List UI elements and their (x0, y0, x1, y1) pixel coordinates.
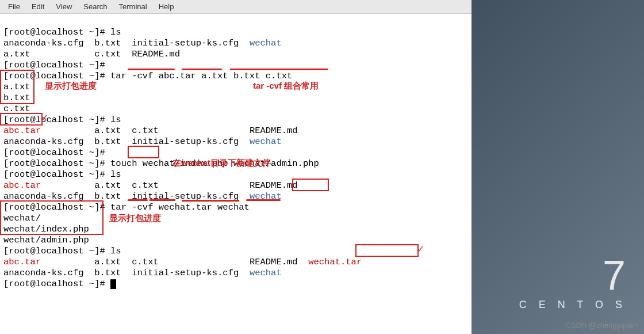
tarfile-abc: abc.tar (3, 180, 41, 191)
annotation-box-touch (128, 146, 159, 158)
underline-abctar (182, 69, 222, 70)
underline-wechat2 (246, 199, 281, 201)
term-line: a.txt c.txt README.md (3, 49, 180, 59)
menu-file[interactable]: File (2, 1, 26, 12)
term-line: [root@localhost ~]# (3, 279, 110, 289)
underline-cvf2 (150, 199, 175, 201)
checkmark-icon: ✓ (417, 244, 424, 255)
tarfile-abc: abc.tar (3, 126, 41, 136)
menubar: File Edit View Search Terminal Help (0, 0, 471, 14)
term-line: a.txt c.txt README.md (41, 180, 297, 191)
term-line: [root@localhost ~]# ls (3, 115, 121, 125)
term-line: [root@localhost ~]# ls (3, 169, 121, 180)
term-line: anaconda-ks.cfg b.txt initial-setup-ks.c… (3, 136, 250, 147)
term-line: a.txt c.txt README.md (41, 126, 297, 136)
menu-search[interactable]: Search (78, 1, 113, 12)
menu-terminal[interactable]: Terminal (113, 1, 153, 12)
term-line: [root@localhost ~]# (3, 147, 105, 158)
term-line: a.txt c.txt README.md (41, 257, 308, 267)
terminal-content[interactable]: [root@localhost ~]# ls anaconda-ks.cfg b… (0, 14, 471, 334)
underline-wechattar2 (182, 200, 239, 202)
wallpaper-logo: 7 C E N T O S (519, 252, 627, 311)
menu-help[interactable]: Help (153, 1, 180, 12)
dir-wechat: wechat (250, 268, 282, 278)
annotation-progress1: 显示打包进度 (45, 80, 97, 91)
underline-tar-cvf (128, 69, 175, 70)
tarfile-wechat: wechat.tar (308, 257, 362, 267)
term-line: a.txt (3, 82, 30, 92)
term-line: wechat/admin.php (3, 235, 89, 245)
annotation-combo: tar -cvf 组合常用 (253, 80, 319, 91)
underline-files (230, 69, 328, 70)
checkmark-icon: ✓ (41, 113, 48, 124)
terminal-window: File Edit View Search Terminal Help [roo… (0, 0, 471, 334)
annotation-box-wechattar (355, 244, 419, 257)
watermark: CSDN @zhengyquan (566, 321, 637, 329)
dir-wechat: wechat (250, 38, 282, 48)
annotation-newfile: 在wechat目录下新建文件 (172, 157, 271, 168)
term-line: [root@localhost ~]# ls (3, 246, 121, 256)
term-line: anaconda-ks.cfg b.txt initial-setup-ks.c… (3, 268, 250, 278)
term-line: [root@localhost ~]# tar -cvf wechat.tar … (3, 202, 250, 212)
term-line: wechat/index.php (3, 224, 89, 234)
tarfile-abc: abc.tar (3, 257, 41, 267)
term-line: [root@localhost ~]# (3, 60, 105, 70)
dir-wechat: wechat (250, 136, 282, 147)
term-line: wechat/ (3, 213, 41, 223)
menu-edit[interactable]: Edit (26, 1, 50, 12)
menu-view[interactable]: View (50, 1, 78, 12)
term-line: anaconda-ks.cfg b.txt initial-setup-ks.c… (3, 38, 250, 48)
centos-version: 7 (519, 252, 627, 299)
centos-name: C E N T O S (519, 299, 627, 311)
underline-tar2 (128, 199, 148, 201)
term-line: [root@localhost ~]# touch wechat/index.p… (3, 158, 319, 169)
term-line: b.txt (3, 93, 30, 103)
term-line: c.txt (3, 104, 30, 114)
annotation-progress2: 显示打包进度 (109, 212, 161, 223)
term-line: [root@localhost ~]# ls (3, 27, 121, 37)
cursor (110, 279, 116, 289)
